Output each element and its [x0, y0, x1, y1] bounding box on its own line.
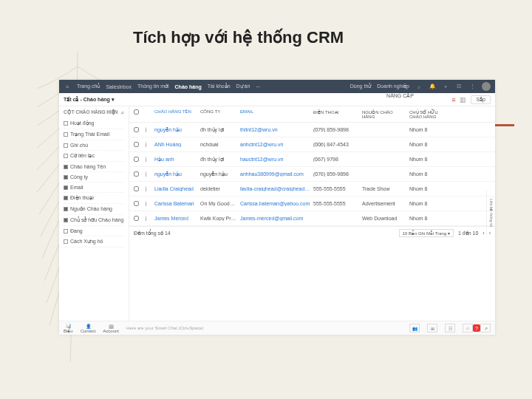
- sidebar-item[interactable]: Nguồn Chào hàng: [64, 204, 124, 215]
- sidebar-item[interactable]: Chủ sở hữu Chào hàng: [64, 215, 124, 226]
- checkbox-icon[interactable]: [64, 229, 68, 233]
- col-company[interactable]: CÔNG TY: [200, 109, 237, 119]
- search-icon[interactable]: ⌕: [415, 83, 423, 90]
- bbar-icon-2[interactable]: ⊞: [427, 324, 437, 332]
- flag-icon[interactable]: [146, 215, 150, 221]
- cell-email[interactable]: hauctnt12@wru.vn: [240, 157, 310, 162]
- checkbox-icon[interactable]: [64, 185, 68, 190]
- flag-icon[interactable]: [146, 156, 150, 162]
- col-owner[interactable]: CHỦ SỞ HỮU CHÀO HÀNG: [409, 109, 439, 119]
- cell-source: Trade Show: [362, 186, 406, 191]
- upgrade-link[interactable]: NÂNG CẤP: [386, 93, 414, 99]
- nav-home[interactable]: Trang chủ: [77, 83, 100, 89]
- cell-name[interactable]: Hậu anh: [154, 157, 197, 163]
- cell-email[interactable]: liadia-craighead@craighead.org: [240, 186, 310, 191]
- sidebar-item[interactable]: Cách Xưng hô: [64, 236, 124, 248]
- checkbox-icon[interactable]: [64, 239, 68, 244]
- nav-accounts[interactable]: Tài khoản: [208, 83, 231, 89]
- calendar-icon[interactable]: ☷: [455, 83, 463, 90]
- bbar-icon-3[interactable]: ☷: [445, 324, 455, 332]
- checkbox-icon[interactable]: [64, 121, 68, 126]
- cell-name[interactable]: James Merced: [154, 216, 197, 221]
- bbar-icon-1[interactable]: 👥: [409, 324, 420, 332]
- flag-icon[interactable]: [146, 171, 150, 177]
- sidebar-item[interactable]: Ghi chú: [64, 140, 124, 151]
- sidebar-item[interactable]: Email: [64, 183, 124, 193]
- side-panel-tab[interactable]: Liên kết thông tin: [486, 191, 495, 235]
- checkbox-icon[interactable]: [64, 154, 68, 158]
- avatar[interactable]: [482, 82, 491, 91]
- bbar-chart[interactable]: 📊Biểu: [64, 323, 73, 333]
- bell-icon[interactable]: 🔔: [429, 83, 436, 90]
- sort-button[interactable]: Sắp: [471, 95, 491, 104]
- sidebar-item-label: Điện thoại: [70, 195, 94, 201]
- table-row[interactable]: Liadia Craighead deidetier liadia-craigh…: [129, 182, 495, 197]
- checkbox-icon[interactable]: [64, 207, 68, 211]
- kanban-view-icon[interactable]: ▥: [460, 96, 466, 103]
- table-row[interactable]: Carissa Bateman On My Goodknits Inc Cari…: [129, 197, 495, 211]
- checkbox-icon[interactable]: [64, 143, 68, 148]
- row-checkbox[interactable]: [134, 201, 139, 206]
- flag-icon[interactable]: [146, 126, 150, 132]
- checkbox-icon[interactable]: [64, 165, 68, 169]
- sidebar-item[interactable]: Chào hàng Tên: [64, 162, 124, 172]
- sidebar-item[interactable]: Cờ liên lạc: [64, 151, 124, 162]
- bbar-icon-4[interactable]: ⌂: [463, 324, 473, 332]
- plus-icon[interactable]: +: [442, 83, 449, 90]
- sidebar-search-icon[interactable]: ⌕: [121, 109, 124, 115]
- col-source[interactable]: NGUỒN CHÀO HÀNG: [362, 109, 406, 119]
- cell-email[interactable]: thitnt12@wru.vn: [240, 127, 310, 132]
- prev-page-icon[interactable]: ‹: [482, 231, 484, 236]
- bbar-icon-5[interactable]: ↗: [480, 324, 491, 332]
- sidebar-item[interactable]: Trạng Thái Email: [64, 129, 124, 140]
- cell-name[interactable]: Liadia Craighead: [154, 186, 197, 191]
- checkbox-icon[interactable]: [64, 175, 68, 180]
- nav-salesinbox[interactable]: SalesInbox: [106, 84, 132, 89]
- checkbox-icon[interactable]: [64, 196, 68, 200]
- cell-name[interactable]: ANh Hoàng: [154, 142, 197, 147]
- checkbox-icon[interactable]: [64, 218, 68, 222]
- row-checkbox[interactable]: [134, 142, 139, 147]
- menu-icon[interactable]: ≡: [64, 83, 71, 90]
- cell-name[interactable]: Carissa Bateman: [154, 201, 197, 206]
- table-row[interactable]: nguyễn hậu đh thủy lợi thitnt12@wru.vn (…: [129, 123, 495, 137]
- cell-email[interactable]: anhctnt12@wru.vn: [240, 142, 310, 147]
- nav-feed[interactable]: Thông tin mới: [137, 83, 169, 89]
- nav-leads[interactable]: Chào hàng: [175, 84, 202, 89]
- flag-icon[interactable]: [146, 141, 150, 147]
- bbar-contact[interactable]: 👤Contact: [81, 324, 96, 333]
- apps-icon[interactable]: ⋮: [468, 83, 476, 90]
- row-checkbox[interactable]: [134, 171, 139, 177]
- row-checkbox[interactable]: [134, 216, 139, 221]
- row-checkbox[interactable]: [134, 127, 139, 132]
- cell-name[interactable]: nguyễn hậu: [154, 171, 197, 177]
- sidebar-item[interactable]: Điện thoại: [64, 193, 124, 204]
- table-row[interactable]: Hậu anh đh thủy lợi hauctnt12@wru.vn (06…: [129, 152, 495, 167]
- cell-email[interactable]: Carissa.bateman@yahoo.com: [240, 201, 310, 206]
- row-checkbox[interactable]: [134, 186, 139, 191]
- select-all-checkbox[interactable]: [134, 109, 139, 115]
- checkbox-icon[interactable]: [64, 132, 68, 137]
- col-email[interactable]: EMAIL: [240, 109, 310, 119]
- flag-icon[interactable]: [146, 200, 150, 206]
- table-row[interactable]: ANh Hoàng nchdual anhctnt12@wru.vn (006)…: [129, 137, 495, 152]
- table-row[interactable]: nguyễn hậu nguyễn hậu anhhau380999@gmail…: [129, 167, 495, 182]
- flag-icon[interactable]: [146, 185, 150, 191]
- sidebar-item[interactable]: Đang: [64, 226, 124, 236]
- nav-more[interactable]: ···: [256, 84, 260, 89]
- bbar-account[interactable]: 🏢Account: [103, 324, 119, 333]
- col-phone[interactable]: ĐIỆN THOẠI: [313, 109, 359, 119]
- per-page-select[interactable]: 10 Bản Ghi Mỗi Trang ▾: [399, 229, 454, 237]
- row-checkbox[interactable]: [134, 157, 139, 162]
- sidebar-item[interactable]: Công ty: [64, 172, 124, 183]
- cell-email[interactable]: anhhau380999@gmail.com: [240, 171, 310, 177]
- nav-projects[interactable]: Dự án: [236, 83, 250, 89]
- cell-name[interactable]: nguyễn hậu: [154, 127, 197, 133]
- help-badge[interactable]: ?: [473, 324, 480, 332]
- table-row[interactable]: James Merced Kwik Kopy Printing James-me…: [129, 211, 495, 226]
- view-selector[interactable]: Tất cả - Chào hàng ▾: [64, 97, 115, 103]
- cell-email[interactable]: James-merced@gmail.com: [240, 216, 310, 221]
- list-view-icon[interactable]: ≡: [451, 96, 455, 103]
- sidebar-item[interactable]: Hoạt động: [64, 118, 124, 129]
- col-name[interactable]: CHÀO HÀNG TÊN: [154, 109, 197, 119]
